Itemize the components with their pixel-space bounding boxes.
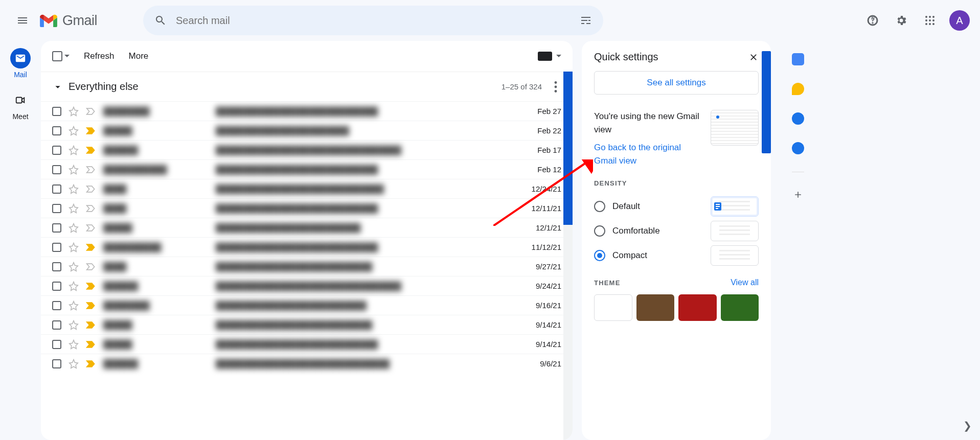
- row-date: 11/12/21: [515, 243, 561, 251]
- star-icon[interactable]: [69, 165, 79, 175]
- row-checkbox[interactable]: [52, 165, 61, 174]
- star-icon[interactable]: [69, 262, 79, 272]
- star-icon[interactable]: [69, 320, 79, 330]
- add-app-icon[interactable]: [793, 190, 803, 200]
- theme-swatch[interactable]: [636, 294, 674, 321]
- row-checkbox[interactable]: [52, 301, 61, 310]
- star-icon[interactable]: [69, 359, 79, 369]
- select-all[interactable]: [52, 51, 70, 61]
- star-icon[interactable]: [69, 184, 79, 194]
- go-back-original-link[interactable]: Go back to the original Gmail view: [594, 141, 703, 167]
- mail-row[interactable]: ██████████ ████████████████████████████ …: [41, 237, 573, 257]
- section-header[interactable]: Everything else 1–25 of 324: [41, 72, 573, 101]
- nav-meet-label: Meet: [12, 112, 28, 121]
- row-checkbox[interactable]: [52, 184, 61, 194]
- caret-down-icon: [64, 54, 70, 59]
- app-rail: Mail Meet: [0, 41, 41, 440]
- main-menu-button[interactable]: [10, 8, 35, 33]
- star-icon[interactable]: [69, 223, 79, 233]
- row-checkbox[interactable]: [52, 146, 61, 155]
- keep-app-icon[interactable]: [792, 83, 804, 95]
- row-checkbox[interactable]: [52, 223, 61, 233]
- mail-row[interactable]: ████ █████████████████████████████ 12/24…: [41, 179, 573, 198]
- importance-icon[interactable]: [86, 301, 96, 310]
- star-icon[interactable]: [69, 126, 79, 136]
- mail-row[interactable]: ████████ ██████████████████████████ 9/16…: [41, 295, 573, 315]
- more-vert-icon[interactable]: [550, 81, 561, 92]
- row-checkbox[interactable]: [52, 126, 61, 135]
- importance-icon[interactable]: [86, 340, 96, 349]
- density-comfortable[interactable]: Comfortable: [594, 219, 759, 243]
- row-checkbox[interactable]: [52, 359, 61, 368]
- account-avatar[interactable]: A: [949, 10, 970, 31]
- mail-row[interactable]: ████ ███████████████████████████ 9/27/21: [41, 257, 573, 276]
- mail-row[interactable]: █████ █████████████████████████ 12/1/21: [41, 218, 573, 237]
- mail-row[interactable]: █████ ███████████████████████ Feb 22: [41, 121, 573, 140]
- star-icon[interactable]: [69, 145, 79, 155]
- importance-icon[interactable]: [86, 359, 96, 368]
- density-thumb: [711, 196, 759, 217]
- importance-icon[interactable]: [86, 165, 96, 174]
- caret-down-icon[interactable]: [556, 54, 561, 59]
- mail-row[interactable]: █████ ████████████████████████████ 9/14/…: [41, 334, 573, 354]
- importance-icon[interactable]: [86, 243, 96, 252]
- row-checkbox[interactable]: [52, 340, 61, 349]
- importance-icon[interactable]: [86, 184, 96, 194]
- help-button[interactable]: ?: [860, 8, 885, 33]
- contacts-app-icon[interactable]: [792, 142, 804, 154]
- star-icon[interactable]: [69, 106, 79, 117]
- mail-row[interactable]: ██████ ██████████████████████████████ 9/…: [41, 354, 573, 373]
- close-icon[interactable]: [748, 52, 759, 62]
- row-checkbox[interactable]: [52, 107, 61, 116]
- search-options-icon[interactable]: [580, 14, 592, 27]
- importance-icon[interactable]: [86, 126, 96, 135]
- theme-swatch[interactable]: [678, 294, 716, 321]
- row-checkbox[interactable]: [52, 320, 61, 330]
- row-checkbox[interactable]: [52, 262, 61, 271]
- mail-row[interactable]: ██████ ████████████████████████████████ …: [41, 276, 573, 295]
- search-input[interactable]: [176, 15, 571, 27]
- theme-swatch[interactable]: [721, 294, 759, 321]
- star-icon[interactable]: [69, 339, 79, 350]
- nav-mail[interactable]: Mail: [10, 48, 31, 79]
- density-compact[interactable]: Compact: [594, 243, 759, 268]
- mail-row[interactable]: ███████████ ████████████████████████████…: [41, 159, 573, 179]
- importance-icon[interactable]: [86, 223, 96, 233]
- settings-button[interactable]: [889, 8, 914, 33]
- mail-row[interactable]: ████████ ████████████████████████████ Fe…: [41, 101, 573, 121]
- tasks-app-icon[interactable]: [792, 112, 804, 125]
- star-icon[interactable]: [69, 300, 79, 311]
- importance-icon[interactable]: [86, 146, 96, 155]
- refresh-button[interactable]: Refresh: [84, 51, 115, 61]
- more-button[interactable]: More: [129, 51, 149, 61]
- importance-icon[interactable]: [86, 107, 96, 116]
- importance-icon[interactable]: [86, 320, 96, 330]
- star-icon[interactable]: [69, 281, 79, 291]
- row-checkbox[interactable]: [52, 282, 61, 291]
- calendar-app-icon[interactable]: [792, 53, 804, 65]
- new-view-message: You're using the new Gmail view: [594, 111, 699, 134]
- star-icon[interactable]: [69, 242, 79, 252]
- expand-side-panel-icon[interactable]: ❯: [963, 420, 972, 432]
- search-bar[interactable]: [143, 6, 603, 35]
- star-icon[interactable]: [69, 203, 79, 214]
- row-sender: ████: [103, 204, 216, 213]
- see-all-settings-button[interactable]: See all settings: [594, 71, 759, 95]
- gmail-logo[interactable]: Gmail: [40, 13, 97, 29]
- mail-row[interactable]: ██████ ████████████████████████████████ …: [41, 140, 573, 159]
- theme-view-all-link[interactable]: View all: [731, 278, 759, 287]
- mail-row[interactable]: ████ ████████████████████████████ 12/11/…: [41, 198, 573, 218]
- theme-swatch[interactable]: [594, 294, 632, 321]
- panel-scrollbar-thumb[interactable]: [762, 51, 771, 153]
- mail-row[interactable]: █████ ███████████████████████████ 9/14/2…: [41, 315, 573, 334]
- input-tools-icon[interactable]: [538, 52, 552, 61]
- density-default[interactable]: Default: [594, 194, 759, 219]
- row-checkbox[interactable]: [52, 243, 61, 252]
- importance-icon[interactable]: [86, 204, 96, 213]
- importance-icon[interactable]: [86, 262, 96, 271]
- importance-icon[interactable]: [86, 282, 96, 291]
- apps-button[interactable]: [918, 8, 942, 33]
- row-checkbox[interactable]: [52, 204, 61, 213]
- scrollbar-thumb[interactable]: [563, 72, 573, 225]
- nav-meet[interactable]: Meet: [10, 90, 31, 121]
